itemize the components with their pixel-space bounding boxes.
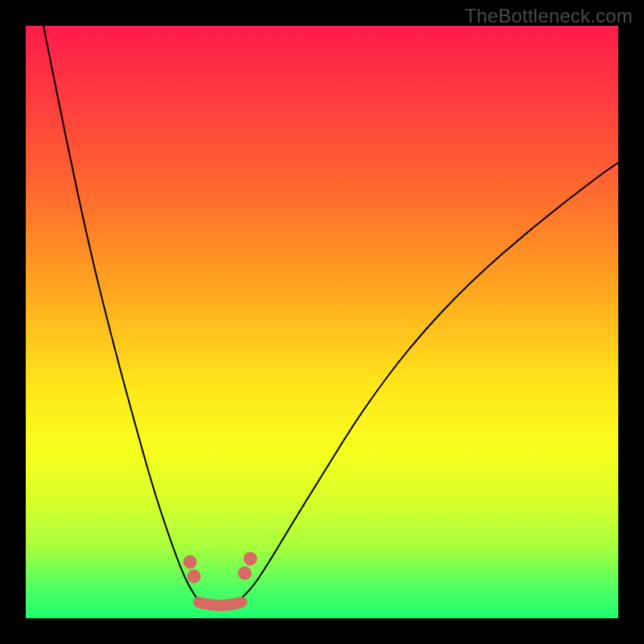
bottleneck-curve [43,26,618,607]
curve-layer [26,26,618,618]
markers [184,552,257,583]
chart-frame: TheBottleneck.com [0,0,644,644]
marker-left-upper [184,555,196,568]
marker-left-lower [188,570,200,583]
marker-right-upper [244,552,257,565]
watermark-text: TheBottleneck.com [464,5,633,27]
valley-highlight [199,602,242,605]
plot-area [26,26,618,618]
marker-right-lower [238,567,251,580]
